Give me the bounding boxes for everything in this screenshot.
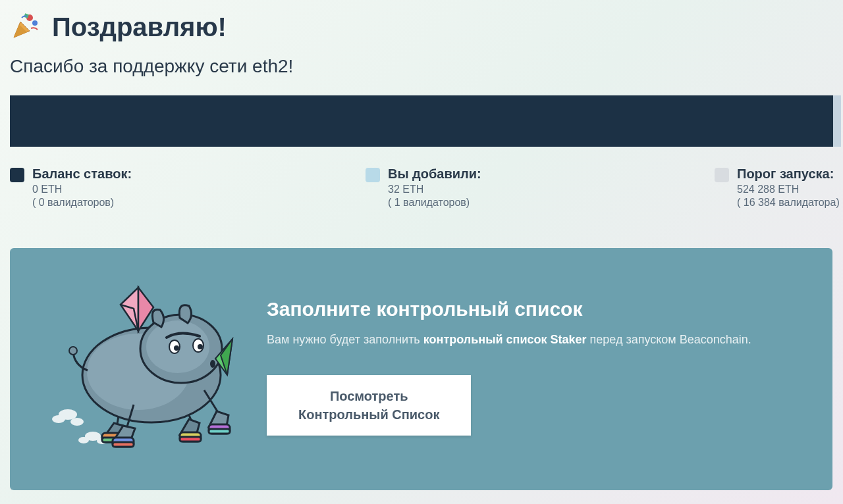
stat-balance-detail: ( 0 валидаторов) — [32, 197, 132, 209]
svg-point-18 — [174, 345, 179, 351]
svg-point-7 — [78, 437, 89, 443]
rhino-mascot-icon — [36, 273, 240, 457]
stat-threshold-value: 524 288 ETH — [737, 184, 840, 195]
svg-point-26 — [69, 347, 77, 355]
button-line2: Контрольный Список — [298, 407, 439, 422]
svg-point-1 — [32, 20, 38, 26]
legend-box-dark — [10, 168, 24, 182]
page-header: Поздравляю! — [10, 10, 843, 44]
progress-fill — [10, 95, 832, 147]
page-title: Поздравляю! — [52, 13, 227, 42]
stat-balance-label: Баланс ставок: — [32, 166, 132, 182]
svg-rect-12 — [180, 437, 201, 441]
stat-contributed-detail: ( 1 валидаторов) — [388, 197, 481, 209]
checklist-description: Вам нужно будет заполнить контрольный сп… — [267, 331, 801, 349]
checklist-title: Заполните контрольный список — [267, 298, 801, 320]
stat-balance-value: 0 ETH — [32, 184, 132, 195]
svg-rect-23 — [113, 442, 134, 447]
legend-box-gray — [715, 168, 729, 182]
svg-point-5 — [70, 418, 84, 426]
checklist-desc-bold: контрольный список Staker — [423, 333, 587, 346]
svg-point-21 — [210, 360, 215, 368]
view-checklist-button[interactable]: Посмотреть Контрольный Список — [267, 375, 471, 436]
progress-bar — [10, 95, 841, 147]
checklist-card: Заполните контрольный список Вам нужно б… — [10, 248, 832, 490]
legend-box-light — [366, 168, 380, 182]
svg-rect-25 — [209, 429, 230, 434]
stat-threshold-detail: ( 16 384 валидатора) — [737, 197, 840, 209]
checklist-content: Заполните контрольный список Вам нужно б… — [267, 273, 801, 436]
progress-remaining — [833, 95, 841, 147]
page-subtitle: Спасибо за поддержку сети eth2! — [10, 56, 843, 77]
svg-point-20 — [198, 344, 203, 349]
checklist-desc-prefix: Вам нужно будет заполнить — [267, 333, 423, 346]
stat-balance: Баланс ставок: 0 ETH ( 0 валидаторов) — [10, 166, 366, 209]
stat-contributed-label: Вы добавили: — [388, 166, 481, 182]
stat-threshold: Порог запуска: 524 288 ETH ( 16 384 вали… — [715, 166, 843, 209]
stat-contributed: Вы добавили: 32 ETH ( 1 валидаторов) — [366, 166, 715, 209]
stats-row: Баланс ставок: 0 ETH ( 0 валидаторов) Вы… — [10, 166, 843, 209]
stat-threshold-label: Порог запуска: — [737, 166, 840, 182]
button-line1: Посмотреть — [330, 389, 408, 403]
checklist-desc-suffix: перед запуском Beaconchain. — [587, 333, 751, 346]
party-popper-icon — [10, 10, 41, 44]
svg-point-4 — [52, 415, 65, 423]
stat-contributed-value: 32 ETH — [388, 184, 481, 195]
